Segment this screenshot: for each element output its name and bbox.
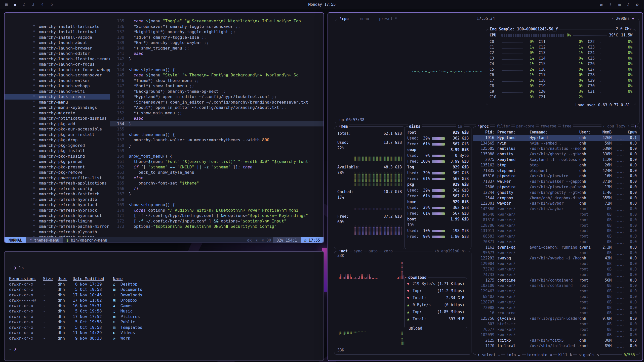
process-row[interactable]: 134565 nvim nvim --embed . dhh 59M ⢀⣀⣀⡀ … — [473, 141, 640, 146]
process-row[interactable]: 81310 kworker/ root 0B ⢀⣀⣀⡀ 0.0 — [473, 217, 640, 223]
process-row[interactable]: 102100 kworker/ /usr/bin/containerd root… — [473, 283, 640, 289]
process-row[interactable]: 76577 kworker/ root 0B ⢀⣀⣀⡀ 0.0 — [473, 327, 640, 333]
process-row[interactable]: 73703 kworker/ root 0B ⢀⣀⣀⡀ 0.0 — [473, 267, 640, 272]
process-row[interactable]: 71837 walker /usr/bin/walker --gappl dhh… — [473, 179, 640, 185]
file-list-item[interactable]: *omarchy-install-tailscale — [5, 18, 110, 24]
process-row[interactable]: 1170 tailscal /usr/sbin/tailscaled -- ro… — [473, 343, 640, 349]
io-mode-toggle[interactable]: io — [456, 124, 464, 129]
free-meter — [432, 143, 445, 146]
process-row[interactable]: 95673 kworker/ root 0B ⢀⣀⣀⡀ 0.0 — [473, 250, 640, 256]
folder-icon: ▣ — [113, 298, 120, 303]
process-row[interactable]: 128707 kworker/ root 0B ⢀⣀⣀⡀ 0.0 — [473, 300, 640, 305]
mem-stat: Used:13.7 GiB 22%⠀⠀⠀⠀⠀⠀⠀⠀⠀⠀⠀⠀⠀⠀⠀⠀⠀⠀⠀⠀⠀ ⠀… — [337, 140, 402, 161]
proc-cpu-graph: ⢀⣀⣀⡀ — [612, 212, 625, 217]
prompt-symbol[interactable]: ❯ — [14, 346, 17, 352]
proc-cpu-graph: ⢀⣀⣀⡀ — [612, 223, 625, 229]
core-meter: C230% — [588, 44, 632, 50]
net-auto-toggle[interactable]: auto — [367, 249, 379, 254]
process-row[interactable]: 2506 pipewire /usr/bin/pipewire-pulse dh… — [473, 185, 640, 190]
editor-window[interactable]: *omarchy-install-tailscale *omarchy-inst… — [4, 12, 324, 243]
code-line: 155 — [110, 126, 324, 132]
process-row[interactable]: 72088 kworker/ root 0B ⢀⣀⣀⡀ 0.0 — [473, 305, 640, 311]
proc-control[interactable]: reverse — [539, 124, 557, 128]
proc-action[interactable]: Kill k — [557, 353, 573, 357]
code-line: 158} — [110, 143, 324, 148]
process-row[interactable]: 122301 waybar /usr/bin/waybar dhh 72M ⢀⣀… — [473, 201, 640, 206]
update-interval[interactable]: - 2000ms + — [610, 16, 636, 21]
process-row[interactable]: 16 rcu_pree root 0B ⢀⣀⣀⡀ 0.0 — [473, 310, 640, 316]
executable-marker: * — [33, 224, 39, 229]
proc-action[interactable]: ↑ select ↓ — [476, 353, 501, 357]
process-row[interactable]: 71835 elephant elephant dhh 424M ⢀⣀⣀⡀ 0.… — [473, 168, 640, 174]
btop-menu-button[interactable]: menu — [358, 16, 371, 21]
process-row[interactable]: 1916 Hyprland Hyprland dhh 426M ⢀⣀⣀⡀ 0.1 — [473, 135, 640, 141]
process-row[interactable]: 1162 avahi-da avahi-daemon: running [ av… — [473, 245, 640, 250]
process-row[interactable]: 102099 kworker/ root 0B ⢀⣀⣀⡀ 0.0 — [473, 332, 640, 338]
core-meter: C52% — [490, 67, 534, 72]
process-row[interactable]: 135088 ghostty /usr/bin/ghostty --gtk- d… — [473, 152, 640, 157]
code-line: 139 *Bar*) omarchy-toggle-waybar ;; — [110, 40, 324, 46]
proc-control[interactable]: tree — [561, 124, 573, 128]
executable-marker: * — [33, 208, 39, 213]
mem-stat: Available:48.3 GiB 78%⣄⣄⣄⣄⣄⣄⣄⣄⣄⣄⣄⣄⣄⣄⣄⣄⣄⣄… — [337, 164, 402, 186]
process-row[interactable]: 12244 ghostty /usr/bin/ghostty --gtk- dh… — [473, 190, 640, 196]
process-row[interactable]: 135162 btop btop dhh 26M ⢀⣀⣀⡀ 0.0 — [473, 163, 640, 168]
process-row[interactable]: 68583 kworker/ root 0B ⢀⣀⣀⡀ 0.0 — [473, 234, 640, 239]
net-interface[interactable]: ‹b enp191s0 n› — [433, 249, 468, 254]
process-row[interactable]: 68402 kworker/ root 0B ⢀⣀⣀⡀ 0.0 — [473, 294, 640, 300]
proc-control[interactable]: filter — [495, 124, 511, 128]
process-row[interactable]: 2125 fcitx5 /usr/bin/fcitx5 dhh 30M ⢀⣀⣀⡀… — [473, 338, 640, 343]
process-row[interactable]: 142360 kworker/ /usr/bin/waybar root 0B … — [473, 206, 640, 212]
executable-marker: * — [33, 235, 39, 237]
proc-action[interactable]: info ↵ — [505, 353, 521, 357]
proc-sort-selector[interactable]: ‹ cpu lazy › — [601, 124, 631, 128]
code-editor[interactable]: 135 case $(menu "Toggle" "▣ Screensaver\… — [110, 13, 324, 237]
btop-preset-button[interactable]: preset * — [378, 16, 399, 21]
code-line: 163 back_to show_style_menu — [110, 170, 324, 175]
proc-header-row: Pid: Program: Command: User: MemB Cpu% — [473, 130, 640, 135]
executable-marker: * — [33, 116, 39, 121]
terminal-window[interactable]: ~ ❯ ls Permissions Size User Date Modifi… — [4, 251, 324, 361]
proc-cpu-graph: ⢀⣀⣀⡀ — [612, 157, 625, 163]
executable-marker: * — [33, 159, 39, 164]
process-row[interactable]: 2975 Xwayland Xwayland :1 -rootless - dh… — [473, 157, 640, 163]
core-meter: C190% — [539, 83, 583, 89]
line-number: 169 — [110, 202, 124, 208]
btop-window[interactable]: ¹cpu menu preset * 17:55:34 - 2000ms + ⠐… — [328, 12, 643, 361]
net-zero-toggle[interactable]: zero — [382, 249, 394, 254]
ls-row: drwxr-xr-x - dhh 9 Nov 08:33 ⚒ Work — [5, 336, 324, 341]
process-row[interactable]: 70871 kworker/ root 0B ⢀⣀⣀⡀ 0.0 — [473, 239, 640, 245]
sort-direction-icon[interactable]: ↑ — [634, 124, 637, 128]
process-row[interactable]: 1275 containe /usr/bin/containerd root 5… — [473, 278, 640, 283]
line-number: 147 — [110, 83, 124, 89]
process-row[interactable]: 2544 dropbox /home/dhh/.dropbox-dist dhh… — [473, 196, 640, 201]
process-row[interactable]: 74733 kworker/ root 0B ⢀⣀⣀⡀ 0.0 — [473, 272, 640, 278]
process-row[interactable]: 129004 kworker/ root 0B ⢀⣀⣀⡀ 0.0 — [473, 261, 640, 267]
process-row[interactable]: 129463 kworker/ root 0B ⢀⣀⣀⡀ 0.0 — [473, 289, 640, 294]
process-row[interactable]: 125505 nautilus /usr/bin/nautilus --new … — [473, 146, 640, 152]
process-row[interactable]: 125756 glycin-i /usr/lib/glycin-loaders … — [473, 316, 640, 322]
core-meter: C70% — [490, 78, 534, 83]
line-number: 165 — [110, 180, 124, 186]
process-row[interactable]: 803 btrfs-tr root 0B ⢀⣀⣀⡀ 0.0 — [473, 322, 640, 327]
process-row[interactable]: 131911 kworker/ root 0B ⢀⣀⣀⡀ 0.0 — [473, 228, 640, 234]
proc-control[interactable]: per-core — [515, 124, 536, 128]
proc-action[interactable]: signals s — [577, 353, 600, 357]
mem-graph: ⠀⠀⠀⠀⠀⠀⠀⠀⠀⠀⠀⠀⠀⠀⠀⠀⠀⠀⠀⠀⠀ ⣠⣠⣠⣠⣠⣠⣠⣠⣠⣠⣠⣠⣠⣠⣠⣠⣠⣠… — [353, 220, 402, 235]
proc-cpu-graph: ⢀⣀⣀⡀ — [612, 217, 625, 223]
net-sync-toggle[interactable]: sync — [352, 249, 364, 254]
process-row[interactable]: 128706 kworker/ root 0B ⢀⣀⣀⡀ 0.0 — [473, 223, 640, 229]
disks-box: disks io root929 GiB Used:39%362 GiB Fre… — [405, 126, 471, 249]
executable-marker: * — [33, 62, 39, 67]
proc-action[interactable]: terminate ⌫ — [526, 353, 553, 357]
proc-cpu-graph: ⢀⣀⣀⡀ — [612, 338, 625, 343]
process-row[interactable]: 122292 swaybg /usr/bin/swaybg -i /hom dh… — [473, 256, 640, 261]
upload-title: upload — [407, 326, 424, 331]
core-meter: C310% — [588, 89, 632, 94]
process-row[interactable]: 94540 kworker/ root 0B ⢀⣀⣀⡀ 0.0 — [473, 212, 640, 217]
proc-cpu-graph: ⢀⣀⣀⡀ — [612, 190, 625, 196]
executable-marker: * — [33, 197, 39, 202]
process-row[interactable]: 63816 pipewire /usr/bin/pipewire dhh 16M… — [473, 173, 640, 179]
executable-marker: * — [33, 67, 39, 73]
mem-box: ²mem Total:62.1 GiB Used:13.7 GiB 22%⠀⠀⠀… — [334, 126, 405, 249]
